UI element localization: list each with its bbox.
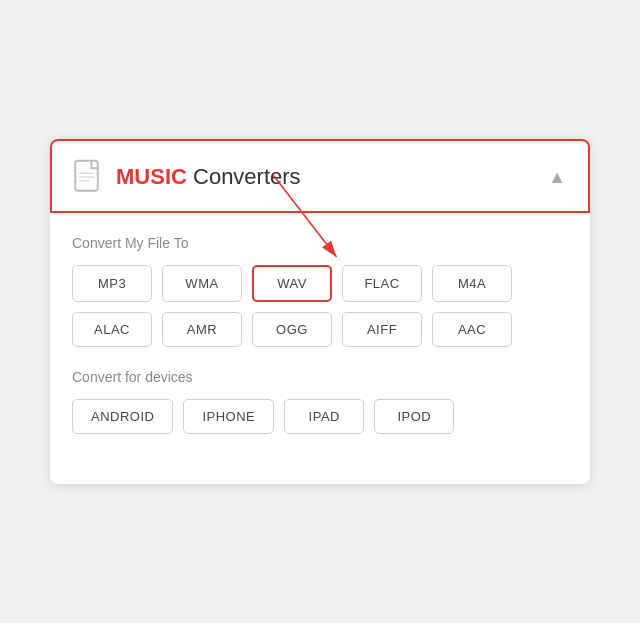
card-header: MUSIC Converters ▲ xyxy=(50,139,590,213)
card-body: Convert My File To MP3WMAWAVFLACM4AALACA… xyxy=(50,213,590,484)
format-button-android[interactable]: ANDROID xyxy=(72,399,173,434)
format-button-aiff[interactable]: AIFF xyxy=(342,312,422,347)
format-button-amr[interactable]: AMR xyxy=(162,312,242,347)
format-grid-file-types: MP3WMAWAVFLACM4AALACAMROGGAIFFAAC xyxy=(72,265,568,347)
format-button-wav[interactable]: WAV xyxy=(252,265,332,302)
header-left: MUSIC Converters xyxy=(74,159,301,195)
converters-label: Converters xyxy=(187,164,301,189)
format-button-alac[interactable]: ALAC xyxy=(72,312,152,347)
format-button-flac[interactable]: FLAC xyxy=(342,265,422,302)
svg-rect-0 xyxy=(75,161,98,191)
format-button-mp3[interactable]: MP3 xyxy=(72,265,152,302)
collapse-button[interactable]: ▲ xyxy=(548,167,566,188)
format-button-iphone[interactable]: IPHONE xyxy=(183,399,274,434)
format-button-wma[interactable]: WMA xyxy=(162,265,242,302)
format-button-aac[interactable]: AAC xyxy=(432,312,512,347)
format-grid-devices: ANDROIDIPHONEIPADIPOD xyxy=(72,399,568,434)
music-converters-card: MUSIC Converters ▲ Convert My File To MP… xyxy=(50,139,590,484)
format-button-ipad[interactable]: IPAD xyxy=(284,399,364,434)
format-button-m4a[interactable]: M4A xyxy=(432,265,512,302)
section-label-devices: Convert for devices xyxy=(72,369,568,385)
section-label-convert-to: Convert My File To xyxy=(72,235,568,251)
format-button-ogg[interactable]: OGG xyxy=(252,312,332,347)
format-button-ipod[interactable]: IPOD xyxy=(374,399,454,434)
file-icon xyxy=(74,159,104,195)
header-title: MUSIC Converters xyxy=(116,164,301,190)
music-label: MUSIC xyxy=(116,164,187,189)
